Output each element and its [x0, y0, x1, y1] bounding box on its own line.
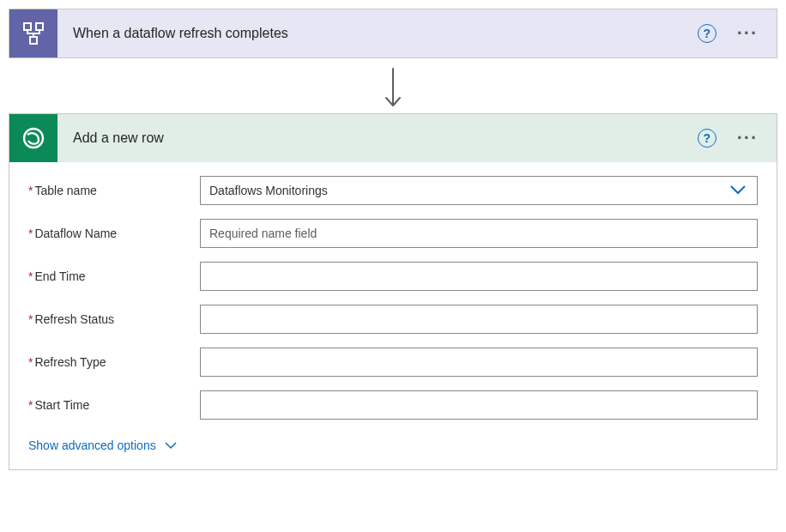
select-table-name[interactable]: Dataflows Monitorings — [200, 176, 758, 205]
label-start-time: *Start Time — [28, 398, 200, 412]
input-end-time[interactable] — [200, 262, 758, 291]
label-refresh-status: *Refresh Status — [28, 312, 200, 326]
trigger-header[interactable]: When a dataflow refresh completes ? ··· — [9, 9, 777, 57]
more-menu-icon[interactable]: ··· — [732, 24, 763, 43]
show-advanced-options[interactable]: Show advanced options — [28, 438, 177, 452]
select-table-name-value: Dataflows Monitorings — [209, 184, 328, 197]
chevron-down-icon — [729, 184, 747, 198]
action-connector-icon — [9, 114, 57, 162]
field-end-time: *End Time — [28, 262, 758, 291]
label-refresh-type: *Refresh Type — [28, 355, 200, 369]
field-dataflow-name: *Dataflow Name — [28, 219, 758, 248]
field-refresh-type: *Refresh Type — [28, 348, 758, 377]
help-icon[interactable]: ? — [698, 129, 716, 148]
action-card: Add a new row ? ··· *Table name Dataflow… — [9, 113, 777, 470]
trigger-title: When a dataflow refresh completes — [73, 26, 682, 41]
field-start-time: *Start Time — [28, 390, 758, 420]
dataverse-swirl-icon — [20, 124, 47, 152]
more-menu-icon[interactable]: ··· — [732, 129, 763, 148]
flow-connector — [9, 58, 777, 113]
input-refresh-status[interactable] — [200, 305, 758, 334]
input-dataflow-name[interactable] — [200, 219, 758, 248]
input-refresh-type[interactable] — [200, 348, 758, 377]
svg-rect-1 — [36, 23, 43, 30]
field-refresh-status: *Refresh Status — [28, 305, 758, 334]
action-body: *Table name Dataflows Monitorings *Dataf… — [9, 162, 777, 469]
field-table-name: *Table name Dataflows Monitorings — [28, 176, 758, 205]
svg-rect-2 — [30, 37, 37, 44]
action-title: Add a new row — [73, 130, 682, 146]
label-dataflow-name: *Dataflow Name — [28, 227, 200, 240]
chevron-down-icon — [165, 438, 177, 452]
label-table-name: *Table name — [28, 184, 200, 197]
input-start-time[interactable] — [200, 390, 758, 420]
flowchart-icon — [21, 21, 46, 46]
advanced-options-label: Show advanced options — [28, 438, 156, 452]
action-header[interactable]: Add a new row ? ··· — [9, 114, 777, 162]
svg-rect-0 — [24, 23, 31, 30]
label-end-time: *End Time — [28, 269, 200, 283]
trigger-card: When a dataflow refresh completes ? ··· — [9, 9, 777, 58]
help-icon[interactable]: ? — [698, 24, 716, 43]
trigger-connector-icon — [9, 9, 57, 57]
arrow-down-icon — [383, 67, 403, 108]
